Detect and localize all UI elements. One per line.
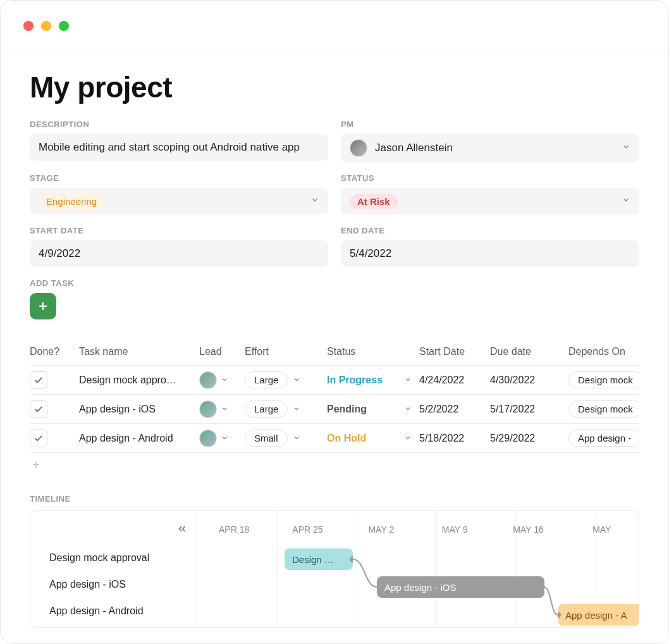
status-value: On Hold (327, 433, 366, 444)
timeline-task-label: Design mock approval (30, 545, 197, 571)
status-value: Pending (327, 404, 367, 415)
stage-tag: Engineering (39, 194, 104, 209)
effort-cell[interactable]: Large (245, 400, 327, 418)
chevron-down-icon (404, 404, 412, 415)
task-table: Done? Task name Lead Effort Status Start… (30, 346, 639, 473)
stage-select[interactable]: Engineering (30, 188, 328, 214)
chevron-down-icon (293, 404, 300, 415)
due-date-cell[interactable]: 4/30/2022 (490, 375, 568, 386)
project-meta-grid: DESCRIPTION Mobile editing and start sco… (30, 120, 639, 267)
plus-icon (37, 300, 49, 313)
effort-cell[interactable]: Large (245, 371, 327, 388)
window-zoom-button[interactable] (59, 21, 69, 31)
done-checkbox[interactable] (30, 371, 47, 389)
effort-pill: Large (245, 371, 288, 388)
status-tag: At Risk (350, 194, 398, 209)
chevron-down-icon (221, 375, 228, 386)
start-date-label: START DATE (30, 226, 328, 235)
timeline-task-list: Design mock approvalApp design - iOSApp … (30, 511, 197, 627)
depends-on-cell[interactable]: Design mock (568, 371, 639, 388)
window-close-button[interactable] (23, 21, 34, 31)
start-date-value: 4/9/2022 (39, 247, 80, 260)
end-date-value: 5/4/2022 (350, 247, 391, 260)
description-label: DESCRIPTION (30, 120, 328, 129)
table-row: App design - Android Small On Hold 5/18/… (30, 424, 639, 453)
col-done: Done? (30, 346, 79, 357)
link-dot-icon (558, 612, 561, 618)
timeline-bar[interactable]: App design - A (558, 604, 639, 626)
add-row-button[interactable]: + (30, 453, 639, 473)
status-select[interactable]: At Risk (341, 188, 639, 214)
col-start-date: Start Date (419, 346, 490, 357)
add-task-button[interactable] (30, 293, 56, 319)
table-row: App design - iOS Large Pending 5/2/2022 … (30, 395, 639, 424)
status-label: STATUS (341, 173, 639, 183)
timeline-task-label: App design - Android (30, 598, 197, 624)
lead-avatar (199, 400, 217, 418)
task-name-cell[interactable]: Design mock appro… (79, 375, 199, 386)
check-icon (34, 375, 44, 385)
start-date-cell[interactable]: 5/18/2022 (419, 433, 490, 444)
check-icon (34, 433, 44, 443)
chevron-double-left-icon (176, 523, 188, 535)
app-window: My project DESCRIPTION Mobile editing an… (0, 0, 669, 644)
timeline-collapse-button[interactable] (176, 523, 188, 537)
chevron-down-icon (622, 195, 630, 207)
due-date-cell[interactable]: 5/29/2022 (490, 433, 568, 444)
link-dot-icon (350, 556, 353, 562)
col-lead: Lead (199, 346, 245, 357)
effort-pill: Large (245, 400, 288, 418)
depends-on-cell[interactable]: Design mock (568, 400, 639, 418)
check-icon (34, 404, 44, 414)
stage-label: STAGE (30, 173, 328, 183)
window-titlebar (1, 1, 668, 51)
pm-label: PM (341, 120, 639, 129)
task-name-cell[interactable]: App design - Android (79, 433, 199, 444)
col-task-name: Task name (79, 346, 199, 357)
start-date-cell[interactable]: 5/2/2022 (419, 404, 490, 415)
done-checkbox[interactable] (30, 400, 47, 418)
timeline: Design mock approvalApp design - iOSApp … (30, 510, 639, 628)
done-checkbox[interactable] (30, 430, 47, 447)
status-cell[interactable]: Pending (327, 404, 419, 415)
start-date-cell[interactable]: 4/24/2022 (419, 375, 490, 386)
col-status: Status (327, 346, 419, 357)
chevron-down-icon (221, 404, 228, 415)
page-title: My project (30, 70, 639, 104)
task-name-cell[interactable]: App design - iOS (79, 404, 199, 415)
lead-avatar (199, 371, 217, 389)
timeline-bar[interactable]: Design … (285, 548, 353, 570)
chevron-down-icon (310, 195, 319, 207)
pm-select[interactable]: Jason Allenstein (341, 134, 639, 162)
task-table-header: Done? Task name Lead Effort Status Start… (30, 346, 639, 366)
start-date-field[interactable]: 4/9/2022 (30, 240, 328, 267)
depends-on-pill: App design - (568, 430, 639, 447)
col-due-date: Due date (490, 346, 568, 357)
effort-cell[interactable]: Small (245, 430, 327, 447)
col-effort: Effort (245, 346, 327, 357)
end-date-field[interactable]: 5/4/2022 (341, 240, 639, 267)
end-date-label: END DATE (341, 226, 639, 235)
window-minimize-button[interactable] (41, 21, 51, 31)
depends-on-cell[interactable]: App design - (568, 430, 639, 447)
link-dot-icon (377, 584, 380, 590)
timeline-label: TIMELINE (30, 494, 639, 504)
depends-on-pill: Design mock (568, 400, 639, 418)
depends-on-pill: Design mock (568, 371, 639, 388)
chevron-down-icon (293, 433, 300, 444)
description-value: Mobile editing and start scoping out And… (39, 141, 300, 154)
status-cell[interactable]: In Progress (327, 375, 419, 386)
chevron-down-icon (622, 142, 630, 154)
status-value: In Progress (327, 375, 383, 386)
timeline-chart[interactable]: APR 18APR 25MAY 2MAY 9MAY 16MAY Design …… (197, 511, 639, 627)
pm-avatar (350, 139, 367, 157)
description-field[interactable]: Mobile editing and start scoping out And… (30, 134, 328, 161)
lead-cell[interactable] (199, 371, 245, 389)
timeline-bar[interactable]: App design - iOS (377, 576, 544, 598)
due-date-cell[interactable]: 5/17/2022 (490, 404, 568, 415)
status-cell[interactable]: On Hold (327, 433, 419, 444)
lead-cell[interactable] (199, 430, 245, 447)
chevron-down-icon (404, 375, 412, 386)
lead-cell[interactable] (199, 400, 245, 418)
add-task-label: ADD TASK (30, 278, 639, 288)
